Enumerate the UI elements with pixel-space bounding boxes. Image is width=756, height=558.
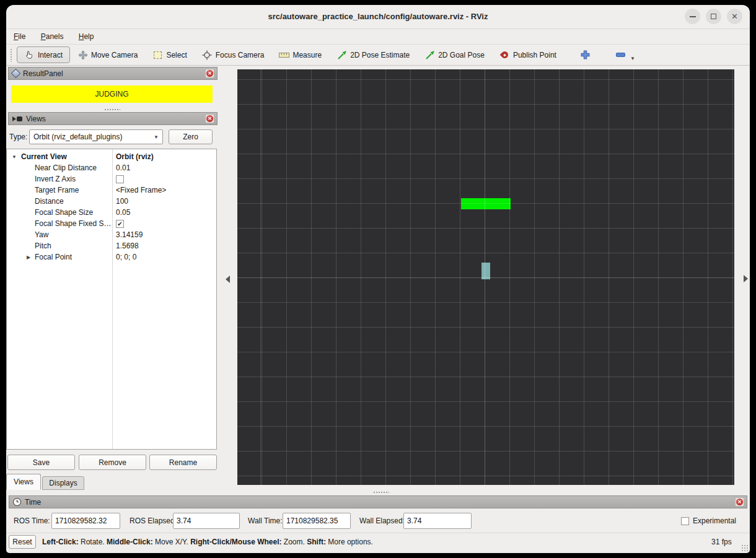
toolbar-drag-handle[interactable]	[10, 48, 13, 62]
tab-views[interactable]: Views	[6, 474, 41, 490]
plugin-diamond-icon	[11, 69, 21, 79]
plus-icon	[580, 50, 591, 60]
help-text: Zoom.	[282, 538, 307, 546]
invert-z-checkbox[interactable]	[116, 175, 124, 183]
window-title: src/autoware_practice_launch/config/auto…	[6, 5, 750, 28]
wall-time-label: Wall Time:	[248, 513, 283, 529]
close-icon: ✕	[736, 499, 743, 505]
tree-row[interactable]: Pitch 1.5698	[7, 240, 216, 251]
ros-elapsed-label: ROS Elapsed:	[130, 513, 177, 529]
property-value[interactable]: 100	[116, 197, 128, 206]
tool-interact[interactable]: Interact	[17, 46, 70, 63]
collapse-right-arrow[interactable]	[744, 275, 748, 282]
toolbar: Interact Move Camera Select Focus Camera…	[6, 45, 750, 66]
tree-row[interactable]: Yaw 3.14159	[7, 229, 216, 240]
tree-row[interactable]: Target Frame <Fixed Frame>	[7, 185, 216, 196]
result-panel-close-button[interactable]: ✕	[205, 69, 214, 78]
ros-elapsed-input[interactable]	[173, 513, 240, 529]
time-panel-header[interactable]: Time ✕	[9, 495, 747, 508]
property-value[interactable]: 0.05	[116, 208, 130, 217]
panel-splitter-handle[interactable]	[104, 108, 120, 111]
collapse-expander-icon[interactable]: ▼	[12, 154, 17, 160]
grid-center-line-horizontal	[237, 277, 734, 278]
close-icon: ✕	[206, 115, 213, 122]
minimize-button[interactable]	[685, 9, 700, 24]
reset-button[interactable]: Reset	[9, 535, 36, 549]
remove-button[interactable]: Remove	[79, 455, 146, 470]
menu-help[interactable]: Help	[73, 29, 100, 44]
tree-row[interactable]: ▼ Current View Orbit (rviz)	[7, 151, 216, 162]
ros-time-input[interactable]	[51, 513, 120, 529]
tree-row[interactable]: Near Clip Distance 0.01	[7, 162, 216, 173]
property-value[interactable]: 3.14159	[116, 230, 143, 239]
tool-publish-point[interactable]: Publish Point	[492, 46, 564, 63]
view-type-dropdown[interactable]: Orbit (rviz_default_plugins) ▼	[29, 129, 163, 144]
tool-label: Select	[166, 51, 187, 59]
tool-label: Interact	[38, 51, 63, 59]
titlebar[interactable]: src/autoware_practice_launch/config/auto…	[6, 5, 750, 29]
property-value[interactable]: 0; 0; 0	[116, 253, 136, 261]
save-button[interactable]: Save	[7, 455, 75, 470]
time-panel-close-button[interactable]: ✕	[735, 497, 744, 507]
view-properties-tree: ▼ Current View Orbit (rviz) Near Clip Di…	[6, 149, 217, 450]
property-name: Near Clip Distance	[35, 163, 97, 172]
help-key: Left-Click:	[42, 538, 79, 546]
tool-measure[interactable]: Measure	[271, 46, 329, 63]
wall-elapsed-input[interactable]	[403, 513, 472, 529]
property-value[interactable]: <Fixed Frame>	[116, 186, 166, 194]
fps-counter: 31 fps	[711, 535, 732, 549]
collapse-left-arrow[interactable]	[226, 276, 230, 283]
views-panel-close-button[interactable]: ✕	[205, 114, 214, 123]
tree-row[interactable]: ▶ Focal Point 0; 0; 0	[7, 251, 216, 263]
rename-button[interactable]: Rename	[149, 455, 217, 470]
clock-icon	[13, 498, 21, 506]
tree-row[interactable]: Focal Shape Size 0.05	[7, 207, 216, 218]
green-arrow-icon	[424, 50, 435, 60]
focal-shape-fixed-checkbox[interactable]	[116, 220, 124, 228]
help-text: Rotate.	[79, 538, 107, 546]
zero-button[interactable]: Zero	[169, 129, 213, 144]
type-label: Type:	[9, 129, 27, 144]
menu-panels[interactable]: Panels	[35, 29, 69, 44]
property-name: Focal Shape Fixed S…	[35, 219, 111, 228]
property-name: Focal Shape Size	[35, 208, 93, 217]
tab-displays[interactable]: Displays	[42, 476, 84, 490]
tool-2d-goal-pose[interactable]: 2D Goal Pose	[417, 46, 492, 63]
view-type-value: Orbit (rviz_default_plugins)	[33, 133, 122, 141]
tool-label: 2D Pose Estimate	[350, 51, 410, 59]
tree-row[interactable]: Distance 100	[7, 196, 216, 207]
menu-file[interactable]: File	[8, 29, 31, 44]
collapse-expander-icon[interactable]: ▶	[27, 255, 30, 260]
tree-row[interactable]: Invert Z Axis	[7, 173, 216, 185]
help-text: More options.	[326, 538, 373, 546]
tool-2d-pose-estimate[interactable]: 2D Pose Estimate	[329, 46, 417, 63]
render-viewport[interactable]	[237, 69, 734, 485]
mouse-help-text: Left-Click: Rotate. Middle-Click: Move X…	[42, 535, 373, 549]
help-text: Move X/Y.	[153, 538, 190, 546]
tool-options-arrow-icon[interactable]: ▼	[630, 56, 635, 61]
resize-grip[interactable]	[741, 544, 748, 551]
minimize-icon	[690, 16, 696, 17]
map-pin-icon	[499, 50, 510, 60]
experimental-checkbox[interactable]	[681, 517, 689, 525]
help-key: Middle-Click:	[107, 538, 153, 546]
tool-label: Focus Camera	[216, 51, 265, 59]
views-panel-header[interactable]: Views ✕	[8, 112, 218, 125]
wall-time-input[interactable]	[283, 513, 351, 529]
tool-select[interactable]: Select	[145, 46, 194, 63]
result-panel-header[interactable]: ResultPanel ✕	[8, 67, 218, 80]
add-tool-button[interactable]	[573, 46, 598, 63]
maximize-button[interactable]	[706, 9, 721, 24]
judging-status-banner: JUDGING	[11, 85, 213, 103]
remove-tool-button[interactable]: ▼	[608, 46, 641, 63]
tool-move-camera[interactable]: Move Camera	[70, 46, 145, 63]
tool-focus-camera[interactable]: Focus Camera	[195, 46, 272, 63]
tree-row[interactable]: Focal Shape Fixed S…	[7, 218, 216, 229]
property-value[interactable]: 0.01	[116, 163, 130, 172]
ros-time-label: ROS Time:	[14, 513, 50, 529]
remove-button-label: Remove	[99, 458, 126, 467]
close-button[interactable]: ✕	[727, 9, 742, 24]
bottom-splitter-handle[interactable]	[373, 491, 389, 494]
property-value[interactable]: 1.5698	[116, 242, 139, 250]
statusbar-divider	[6, 533, 750, 533]
